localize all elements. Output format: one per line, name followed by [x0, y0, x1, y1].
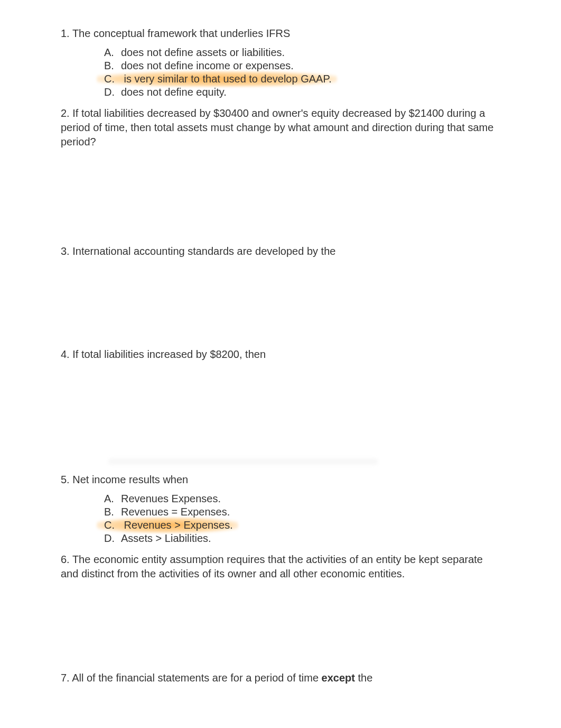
q6-text: The economic entity assumption requires …	[61, 554, 483, 579]
question-1-text: 1. The conceptual framework that underli…	[61, 26, 500, 41]
q5-opt-a-text: Revenues Expenses.	[121, 492, 500, 505]
q4-text: If total liabilities increased by $8200,…	[72, 348, 266, 360]
question-5-options: A. Revenues Expenses. B. Revenues = Expe…	[104, 492, 500, 545]
content-blur-overlay	[108, 457, 378, 466]
q6-answer-space	[61, 586, 500, 656]
q5-opt-d-letter: D.	[104, 532, 121, 545]
question-5-text: 5. Net income results when	[61, 473, 500, 487]
q5-opt-b-letter: B.	[104, 505, 121, 519]
q1-opt-b-text: does not define income or expenses.	[121, 59, 500, 72]
q1-opt-c-letter: C.	[104, 72, 121, 86]
q5-option-c: C. Revenues > Expenses.	[104, 519, 500, 532]
q7-text-bold: except	[322, 672, 355, 684]
q4-number: 4.	[61, 348, 70, 360]
q1-option-b: B. does not define income or expenses.	[104, 59, 500, 72]
q7-number: 7.	[61, 672, 70, 684]
q5-opt-c-text: Revenues > Expenses.	[124, 519, 233, 531]
q2-number: 2.	[61, 107, 70, 119]
q1-opt-c-text: is very similar to that used to develop …	[124, 73, 332, 85]
q5-option-d: D. Assets > Liabilities.	[104, 532, 500, 545]
q7-text-post: the	[355, 672, 372, 684]
q1-opt-a-text: does not define assets or liabilities.	[121, 46, 500, 59]
question-4: 4. If total liabilities increased by $82…	[61, 347, 500, 446]
question-3: 3. International accounting standards ar…	[61, 244, 500, 333]
q1-opt-d-letter: D.	[104, 86, 121, 99]
q1-opt-d-text: does not define equity.	[121, 86, 500, 99]
q3-answer-space	[61, 264, 500, 333]
q1-text: The conceptual framework that underlies …	[72, 27, 290, 39]
q5-option-b: B. Revenues = Expenses.	[104, 505, 500, 519]
q5-opt-c-letter: C.	[104, 519, 121, 532]
question-6-text: 6. The economic entity assumption requir…	[61, 552, 500, 581]
question-7-text: 7. All of the financial statements are f…	[61, 671, 500, 685]
q6-number: 6.	[61, 554, 70, 565]
question-1: 1. The conceptual framework that underli…	[61, 26, 500, 99]
q3-text: International accounting standards are d…	[72, 245, 335, 257]
question-7: 7. All of the financial statements are f…	[61, 671, 500, 685]
q5-opt-b-text: Revenues = Expenses.	[121, 505, 500, 519]
q5-number: 5.	[61, 474, 70, 485]
q1-option-a: A. does not define assets or liabilities…	[104, 46, 500, 59]
q5-opt-a-letter: A.	[104, 492, 121, 505]
question-3-text: 3. International accounting standards ar…	[61, 244, 500, 259]
q1-opt-a-letter: A.	[104, 46, 121, 59]
question-4-text: 4. If total liabilities increased by $82…	[61, 347, 500, 362]
question-6: 6. The economic entity assumption requir…	[61, 552, 500, 656]
q1-opt-b-letter: B.	[104, 59, 121, 72]
q7-text-pre: All of the financial statements are for …	[72, 672, 321, 684]
q5-option-a: A. Revenues Expenses.	[104, 492, 500, 505]
q1-option-d: D. does not define equity.	[104, 86, 500, 99]
q1-number: 1.	[61, 27, 70, 39]
q4-answer-space	[61, 367, 500, 446]
q5-opt-d-text: Assets > Liabilities.	[121, 532, 500, 545]
question-1-options: A. does not define assets or liabilities…	[104, 46, 500, 99]
q1-option-c: C. is very similar to that used to devel…	[104, 72, 500, 86]
q2-answer-space	[61, 154, 500, 229]
question-2-text: 2. If total liabilities decreased by $30…	[61, 106, 500, 149]
question-5: 5. Net income results when A. Revenues E…	[61, 473, 500, 545]
q3-number: 3.	[61, 245, 70, 257]
q2-text: If total liabilities decreased by $30400…	[61, 107, 493, 148]
q5-text: Net income results when	[72, 474, 188, 485]
question-2: 2. If total liabilities decreased by $30…	[61, 106, 500, 229]
